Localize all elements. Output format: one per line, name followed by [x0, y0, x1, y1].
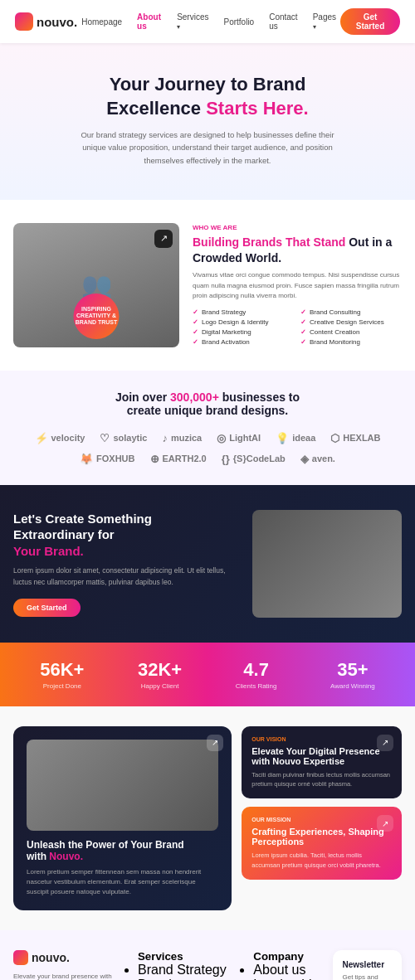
stat-label: Project Done — [40, 682, 84, 690]
vision-right: ↗ OUR VISION Elevate Your Digital Presen… — [242, 726, 402, 910]
newsletter-desc: Get tips and resources right in your inb… — [343, 973, 393, 980]
logo[interactable]: nouvo. — [15, 12, 77, 31]
newsletter-box: Newsletter Get tips and resources right … — [333, 950, 403, 980]
vision-card-body: Taciti diam pulvinar finibus lectus moll… — [251, 770, 392, 789]
logo-text: nouvo. — [37, 15, 77, 29]
stat-item: 32K+Happy Client — [138, 659, 182, 690]
footer-company-item: About us — [253, 963, 319, 978]
brand-item: {} {S}CodeLab — [222, 453, 286, 465]
about-list-item: Creative Design Services — [300, 318, 402, 326]
nav-links: Homepage About us Services Portfolio Con… — [77, 10, 340, 33]
vision-card-heading: Crafting Experiences, Shaping Perception… — [251, 827, 392, 847]
brands-heading: Join over 300,000+ businesses to create … — [13, 391, 402, 417]
badge-text: INSPIRING CREATIVITY & BRAND TRUST — [74, 306, 120, 327]
nav-about[interactable]: About us — [133, 10, 166, 33]
nav-contact[interactable]: Contact us — [265, 10, 301, 33]
vision-card-tag: OUR VISION — [251, 736, 392, 742]
hero-description: Our brand strategy services are designed… — [75, 129, 340, 167]
brand-item: ◈ aven. — [300, 453, 335, 465]
about-list-item: Digital Marketing — [193, 328, 294, 336]
footer-company-list: About usLeadershipCareersArticle & NewsL… — [253, 963, 319, 980]
about-list: Brand StrategyBrand ConsultingLogo Desig… — [193, 308, 402, 346]
vision-card-tag: OUR MISSION — [251, 817, 392, 822]
dark-cta-button[interactable]: Get Started — [13, 599, 81, 617]
nav-homepage[interactable]: Homepage — [77, 15, 126, 29]
footer-newsletter-col: Newsletter Get tips and resources right … — [333, 950, 403, 980]
footer-services-col: Services Brand Strategy DevelopmentLogo … — [138, 950, 240, 980]
vision-left-body: Lorem pretium semper fittennean sem mass… — [27, 867, 218, 897]
brand-item: 🦊 FOXHUB — [80, 453, 134, 465]
footer-brand: nouvo. Elevate your brand presence with … — [13, 950, 124, 980]
card-arrow-icon[interactable]: ↗ — [377, 735, 393, 751]
stat-item: 56K+Project Done — [40, 659, 84, 690]
footer-service-item: Brand Strategy Development — [138, 963, 240, 980]
footer-logo: nouvo. — [13, 950, 124, 965]
stat-value: 4.7 — [236, 659, 277, 681]
brand-item: ⊕ EARTH2.0 — [150, 453, 207, 465]
stats-section: 56K+Project Done32K+Happy Client4.7Clien… — [0, 643, 415, 706]
nav-portfolio[interactable]: Portfolio — [220, 15, 259, 29]
about-body: Vivamus vitae orci congue commodo tempus… — [193, 270, 402, 302]
logo-icon — [15, 12, 33, 31]
stat-value: 32K+ — [138, 659, 182, 681]
footer-logo-icon — [13, 950, 28, 965]
stat-value: 56K+ — [40, 659, 84, 681]
about-section: 👥 ↗ INSPIRING CREATIVITY & BRAND TRUST W… — [0, 200, 415, 371]
dark-cta-description: Lorem ipsum dolor sit amet, consectetur … — [13, 565, 239, 588]
footer-services-list: Brand Strategy DevelopmentLogo DesignCre… — [138, 963, 240, 980]
dark-cta-section: Let's Create Something Extraordinary for… — [0, 485, 415, 643]
footer-services-heading: Services — [138, 950, 240, 963]
vision-section: ↗ Unleash the Power of Your Brand with N… — [0, 706, 415, 930]
vision-left: ↗ Unleash the Power of Your Brand with N… — [13, 726, 232, 910]
nav-pages[interactable]: Pages — [309, 10, 340, 33]
vision-card-heading: Elevate Your Digital Presence with Nouvo… — [251, 746, 392, 766]
brand-item: ⬡ HEXLAB — [330, 432, 380, 444]
stat-item: 4.7Clients Rating — [236, 659, 277, 690]
footer-top: nouvo. Elevate your brand presence with … — [13, 950, 402, 980]
stat-label: Happy Client — [138, 682, 182, 690]
brand-item: ♡ solaytic — [100, 432, 147, 444]
about-tag: WHO WE ARE — [193, 224, 402, 231]
brand-item: ⚡ velocity — [35, 432, 85, 444]
brand-item: 💡 ideaa — [276, 432, 315, 444]
vision-left-image — [27, 740, 218, 831]
footer-logo-text: nouvo. — [32, 951, 70, 964]
newsletter-heading: Newsletter — [343, 960, 393, 969]
vision-card: ↗ OUR VISION Elevate Your Digital Presen… — [242, 726, 402, 799]
brand-item: ♪ muzica — [162, 432, 202, 444]
footer-company-col: Company About usLeadershipCareersArticle… — [253, 950, 319, 980]
about-list-item: Brand Consulting — [300, 308, 402, 316]
brands-section: Join over 300,000+ businesses to create … — [0, 371, 415, 485]
about-list-item: Brand Monitoring — [300, 338, 402, 346]
dark-cta-heading: Let's Create Something Extraordinary for… — [13, 511, 239, 560]
stat-label: Award Winning — [330, 682, 375, 690]
about-list-item: Logo Design & Identity — [193, 318, 294, 326]
vision-card: ↗ OUR MISSION Crafting Experiences, Shap… — [242, 807, 402, 880]
about-arrow-btn[interactable]: ↗ — [154, 230, 173, 248]
about-list-item: Content Creation — [300, 328, 402, 336]
get-started-button[interactable]: Get Started — [340, 8, 400, 35]
stat-label: Clients Rating — [236, 682, 277, 690]
about-image: 👥 ↗ INSPIRING CREATIVITY & BRAND TRUST — [13, 223, 179, 347]
dark-cta-image — [252, 510, 402, 618]
about-content: WHO WE ARE Building Brands That Stand Ou… — [179, 224, 402, 346]
brands-grid: ⚡ velocity♡ solaytic♪ muzica◎ LightAI💡 i… — [13, 432, 402, 465]
about-badge: INSPIRING CREATIVITY & BRAND TRUST — [74, 294, 120, 339]
dark-img — [252, 510, 402, 618]
hero-section: Your Journey to Brand Excellence Starts … — [0, 43, 415, 200]
brand-item: ◎ LightAI — [217, 432, 261, 444]
vision-card-body: Lorem ipsum cubilia. Taciti, lectus moll… — [251, 851, 392, 870]
vision-left-arrow[interactable]: ↗ — [207, 735, 223, 751]
navbar: nouvo. Homepage About us Services Portfo… — [0, 0, 415, 43]
about-list-item: Brand Activation — [193, 338, 294, 346]
vision-left-heading: Unleash the Power of Your Brand with Nou… — [27, 839, 218, 862]
hero-heading: Your Journey to Brand Excellence Starts … — [25, 73, 390, 120]
about-heading: Building Brands That Stand Out in a Crow… — [193, 235, 402, 264]
footer-company-heading: Company — [253, 950, 319, 963]
footer: nouvo. Elevate your brand presence with … — [0, 930, 415, 980]
dark-cta-content: Let's Create Something Extraordinary for… — [13, 511, 239, 617]
nav-services[interactable]: Services — [173, 10, 212, 33]
about-list-item: Brand Strategy — [193, 308, 294, 316]
stat-item: 35+Award Winning — [330, 659, 375, 690]
card-arrow-icon[interactable]: ↗ — [377, 815, 393, 832]
